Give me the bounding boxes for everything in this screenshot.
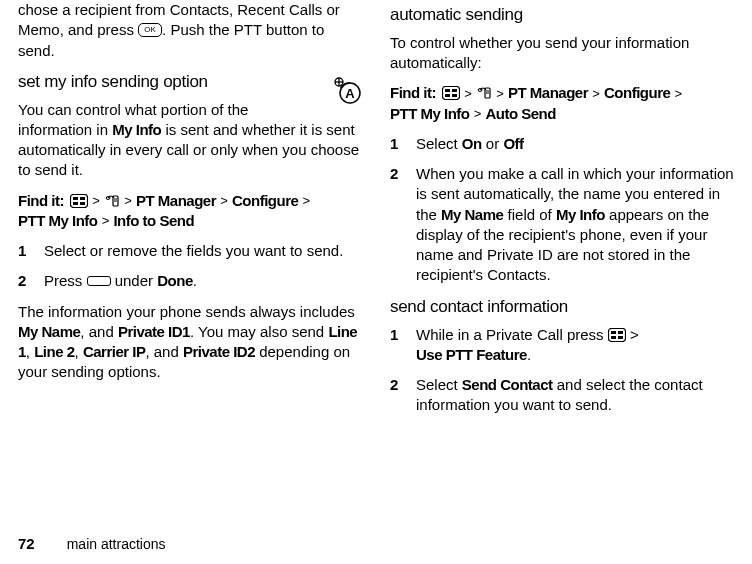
auto-sending-desc: To control whether you send your informa… (390, 33, 734, 74)
svg-text:A: A (345, 86, 355, 101)
heading-send-contact: send contact information (390, 296, 734, 319)
ptt-key-icon (104, 194, 120, 208)
softkey-icon (87, 276, 111, 286)
find-it-path-1: Find it: > > PT Manager > Configure > PT… (18, 191, 362, 232)
menu-key-icon (442, 86, 460, 100)
list-item: 1 Select On or Off (390, 134, 734, 154)
svg-rect-7 (73, 197, 78, 200)
menu-key-icon (70, 194, 88, 208)
list-item: 1 Select or remove the fields you want t… (18, 241, 362, 261)
svg-rect-18 (452, 94, 457, 97)
footer-section-label: main attractions (67, 536, 166, 552)
svg-rect-10 (80, 202, 85, 205)
heading-auto-sending: automatic sending (390, 4, 734, 27)
list-item: 2 Press under Done. (18, 271, 362, 291)
svg-rect-16 (452, 89, 457, 92)
list-item: 2 Select Send Contact and select the con… (390, 375, 734, 416)
menu-key-icon (608, 328, 626, 342)
auto-send-icon: A (332, 75, 362, 105)
svg-rect-26 (618, 336, 623, 339)
svg-rect-14 (443, 87, 460, 100)
svg-rect-17 (445, 94, 450, 97)
svg-rect-23 (611, 331, 616, 334)
list-item: 1 While in a Private Call press > Use PT… (390, 325, 734, 366)
set-my-info-desc: You can control what portion of the info… (18, 100, 362, 181)
page-footer: 72 main attractions (18, 535, 166, 552)
svg-rect-22 (608, 328, 625, 341)
svg-rect-15 (445, 89, 450, 92)
svg-rect-24 (618, 331, 623, 334)
svg-rect-8 (80, 197, 85, 200)
ptt-key-icon (476, 86, 492, 100)
find-it-path-2: Find it: > > PT Manager > Configure > PT… (390, 83, 734, 124)
svg-rect-25 (611, 336, 616, 339)
svg-rect-9 (73, 202, 78, 205)
ok-key-icon: OK (138, 23, 162, 37)
sending-includes: The information your phone sends always … (18, 302, 362, 383)
svg-rect-6 (71, 194, 88, 207)
intro-tail: chose a recipient from Contacts, Recent … (18, 0, 362, 61)
list-item: 2 When you make a call in which your inf… (390, 164, 734, 286)
page-number: 72 (18, 535, 35, 552)
heading-set-my-info: set my info sending option (18, 71, 362, 94)
